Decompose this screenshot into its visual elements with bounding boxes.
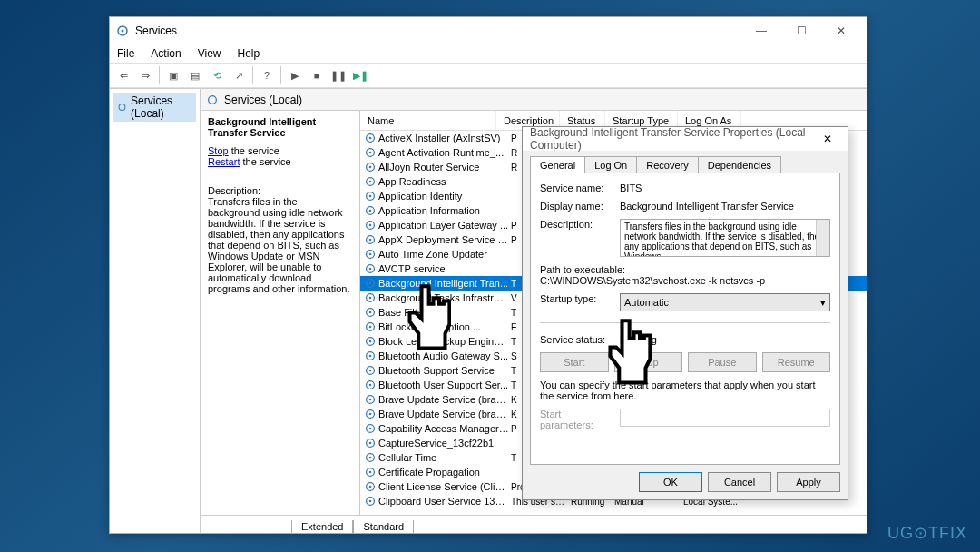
svg-point-3 [209,95,217,104]
detail-pane: Background Intelligent Transfer Service … [201,111,360,515]
svg-point-39 [369,384,372,387]
svg-point-49 [369,457,372,459]
watermark: UG⊙TFIX [887,523,967,543]
label-service-status: Service status: [540,334,612,345]
minimize-button[interactable]: — [741,18,781,44]
gear-icon [364,320,377,333]
titlebar: Services — ☐ ✕ [110,17,867,44]
tab-dependencies[interactable]: Dependencies [698,156,781,173]
back-button[interactable]: ⇐ [113,65,133,85]
svg-point-37 [369,370,372,372]
service-name: Auto Time Zone Updater [378,249,509,260]
gear-icon [117,101,127,113]
ok-button[interactable]: OK [639,472,702,492]
svg-point-5 [369,137,372,140]
resume-button[interactable]: Resume [762,352,831,372]
refresh-button[interactable]: ⟲ [207,65,227,85]
forward-button[interactable]: ⇒ [135,65,155,85]
gear-icon [364,219,377,232]
menu-view[interactable]: View [194,45,225,62]
dialog-footer: OK Cancel Apply [523,465,848,499]
gear-icon [364,495,377,508]
apply-button[interactable]: Apply [777,472,840,492]
close-button[interactable]: ✕ [821,18,861,44]
svg-point-41 [369,399,372,401]
service-name: Background Intelligent Tran... [378,278,509,289]
start-button[interactable]: Start [540,352,609,372]
col-name[interactable]: Name [360,111,496,130]
pause-button[interactable]: Pause [688,352,757,372]
label-description: Description: [540,219,612,230]
gear-icon [364,306,377,319]
gear-icon [364,161,377,173]
tab-extended[interactable]: Extended [291,520,353,533]
description-textbox[interactable]: Transfers files in the background using … [620,219,830,257]
service-name: Client License Service (ClipS... [378,481,509,492]
value-service-status: Running [620,334,830,345]
tab-recovery[interactable]: Recovery [636,156,698,173]
cancel-button[interactable]: Cancel [708,472,771,492]
value-display-name: Background Intelligent Transfer Service [620,201,830,212]
tab-logon[interactable]: Log On [584,156,637,173]
restart-link[interactable]: Restart [208,156,240,167]
service-name: AllJoyn Router Service [378,162,509,172]
service-name: Brave Update Service (brave) [378,394,509,405]
service-name: Base Filtering [378,307,509,318]
properties-button[interactable]: ▤ [185,65,205,85]
service-name: Block Level Backup Engine ... [378,336,509,347]
app-icon [115,24,130,38]
service-name: BitLocker Encryption ... [378,321,509,332]
export-button[interactable]: ↗ [229,65,249,85]
label-start-params: Start parameters: [540,409,612,430]
tab-general[interactable]: General [530,156,585,173]
description-text: Transfers files in the background using … [208,196,352,294]
gear-icon [364,350,377,362]
maximize-button[interactable]: ☐ [781,18,821,44]
service-name: Bluetooth Support Service [378,365,509,376]
svg-point-47 [369,442,372,445]
svg-point-1 [122,30,124,33]
menu-file[interactable]: File [113,45,138,62]
selected-service-name: Background Intelligent Transfer Service [208,116,352,138]
service-name: Application Identity [378,191,509,202]
gear-icon [364,175,377,188]
nav-services-local[interactable]: Services (Local) [113,93,196,122]
properties-dialog: Background Intelligent Transfer Service … [522,126,848,500]
tab-standard[interactable]: Standard [353,520,414,533]
stop-button[interactable]: Stop [614,352,683,372]
stop-icon[interactable]: ■ [307,65,327,85]
menu-action[interactable]: Action [147,45,184,62]
svg-point-33 [369,340,372,343]
value-path: C:\WINDOWS\System32\svchost.exe -k netsv… [540,275,830,286]
restart-icon[interactable]: ▶❚ [350,65,370,85]
start-params-input[interactable] [620,409,830,427]
svg-point-51 [369,471,372,474]
svg-point-23 [369,268,372,271]
stop-link[interactable]: Stop [208,145,229,156]
dialog-titlebar: Background Intelligent Transfer Service … [523,127,848,151]
startup-type-select[interactable]: Automatic▾ [620,293,830,311]
up-button[interactable]: ▣ [163,65,183,85]
pause-icon[interactable]: ❚❚ [328,65,348,85]
menu-help[interactable]: Help [234,45,264,62]
dialog-close-button[interactable]: ✕ [815,130,840,148]
svg-point-35 [369,355,372,358]
service-name: AppX Deployment Service (... [378,234,509,245]
svg-point-15 [369,210,372,212]
service-name: AVCTP service [378,263,509,274]
dialog-title: Background Intelligent Transfer Service … [530,126,815,152]
gear-icon [364,480,377,493]
gear-icon [364,364,377,377]
svg-point-25 [369,282,372,285]
chevron-down-icon: ▾ [820,297,826,309]
gear-icon [364,204,377,217]
play-icon[interactable]: ▶ [285,65,305,85]
service-name: Agent Activation Runtime_... [378,147,509,158]
gear-icon [364,335,377,348]
svg-point-13 [369,195,372,198]
service-name: CaptureService_13cf22b1 [378,438,509,448]
svg-point-11 [369,181,372,183]
gear-icon [364,422,377,435]
help-button[interactable]: ? [257,65,277,85]
gear-icon [364,277,377,290]
